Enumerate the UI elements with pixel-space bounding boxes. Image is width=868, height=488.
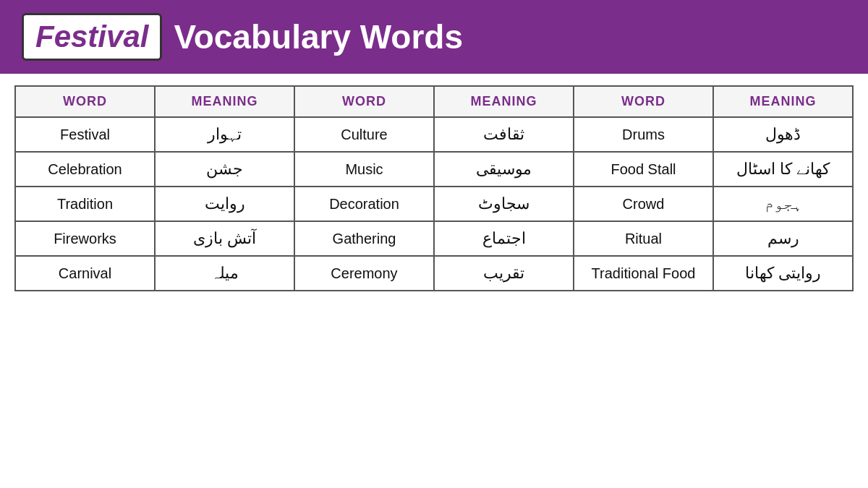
word-cell: Culture	[294, 117, 434, 152]
meaning-cell: روایتی کھانا	[713, 256, 853, 291]
meaning-cell: رسم	[713, 221, 853, 256]
col-header-word3: WORD	[574, 86, 713, 117]
vocabulary-table: WORD MEANING WORD MEANING WORD MEANING F…	[14, 85, 854, 291]
meaning-cell: میلہ	[155, 256, 294, 291]
meaning-cell: اجتماع	[434, 221, 574, 256]
table-row: TraditionروایتDecorationسجاوٹCrowdہجوم	[15, 187, 853, 221]
word-cell: Traditional Food	[574, 256, 713, 291]
table-row: Fireworksآتش بازیGatheringاجتماعRitualرس…	[15, 221, 853, 256]
table-row: CelebrationجشنMusicموسیقیFood Stallکھانے…	[15, 152, 853, 187]
table-header-row: WORD MEANING WORD MEANING WORD MEANING	[15, 86, 853, 117]
word-cell: Festival	[15, 117, 155, 152]
meaning-cell: آتش بازی	[155, 221, 294, 256]
table-row: FestivalتہوارCultureثقافتDrumsڈھول	[15, 117, 853, 152]
word-cell: Drums	[574, 117, 713, 152]
col-header-meaning1: MEANING	[155, 86, 294, 117]
col-header-word2: WORD	[294, 86, 434, 117]
meaning-cell: سجاوٹ	[434, 187, 574, 221]
word-cell: Food Stall	[574, 152, 713, 187]
meaning-cell: روایت	[155, 187, 294, 221]
col-header-word1: WORD	[15, 86, 155, 117]
header-highlight-box: Festival	[22, 13, 162, 61]
meaning-cell: تقریب	[434, 256, 574, 291]
meaning-cell: جشن	[155, 152, 294, 187]
word-cell: Tradition	[15, 187, 155, 221]
word-cell: Fireworks	[15, 221, 155, 256]
col-header-meaning3: MEANING	[713, 86, 853, 117]
word-cell: Music	[294, 152, 434, 187]
meaning-cell: ہجوم	[713, 187, 853, 221]
word-cell: Crowd	[574, 187, 713, 221]
word-cell: Celebration	[15, 152, 155, 187]
word-cell: Ceremony	[294, 256, 434, 291]
word-cell: Carnival	[15, 256, 155, 291]
word-cell: Decoration	[294, 187, 434, 221]
word-cell: Ritual	[574, 221, 713, 256]
word-cell: Gathering	[294, 221, 434, 256]
header-bar: Festival Vocabulary Words	[0, 0, 868, 74]
meaning-cell: کھانے کا اسٹال	[713, 152, 853, 187]
col-header-meaning2: MEANING	[434, 86, 574, 117]
table-row: CarnivalمیلہCeremonyتقریبTraditional Foo…	[15, 256, 853, 291]
meaning-cell: ثقافت	[434, 117, 574, 152]
meaning-cell: ڈھول	[713, 117, 853, 152]
header-title: Vocabulary Words	[174, 17, 463, 56]
meaning-cell: موسیقی	[434, 152, 574, 187]
page-container: Festival Vocabulary Words WORD MEANING W…	[0, 0, 868, 488]
header-highlight-text: Festival	[35, 20, 148, 53]
meaning-cell: تہوار	[155, 117, 294, 152]
vocabulary-table-section: WORD MEANING WORD MEANING WORD MEANING F…	[0, 74, 868, 488]
